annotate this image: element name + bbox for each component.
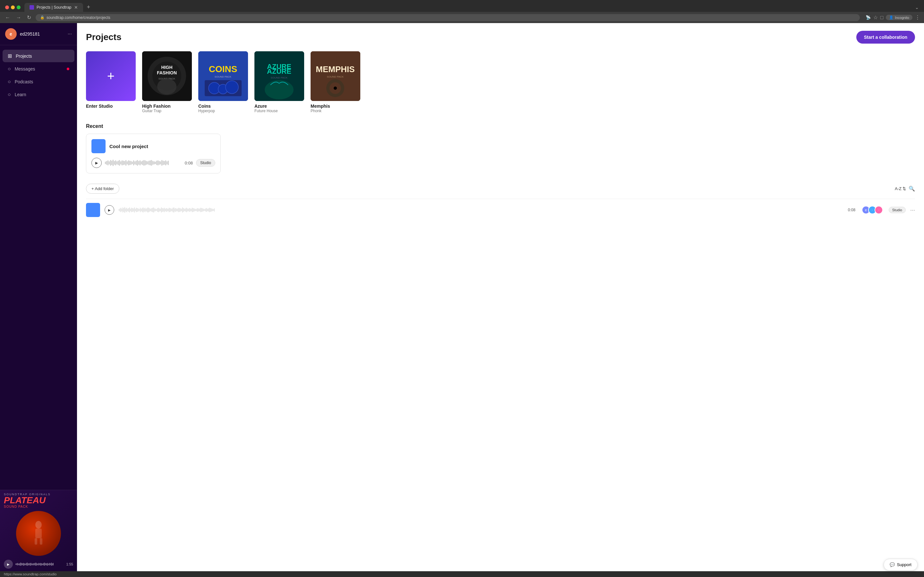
tab-close-btn[interactable]: ✕ (74, 5, 78, 10)
reload-btn[interactable]: ↻ (26, 14, 32, 21)
row-waveform-bar (213, 209, 214, 211)
sidebar-item-projects[interactable]: ⊞ Projects (3, 50, 74, 62)
row-waveform-bar (147, 208, 147, 212)
pack-coins[interactable]: COINS SOUND PACK Coins Hyperpop (198, 51, 248, 113)
pack-name-high-fashion: High Fashion (142, 103, 192, 109)
pack-azure[interactable]: AZURE AZURE SOUND PACK Azure Future Hous… (254, 51, 304, 113)
incognito-label: Incognito (895, 16, 909, 19)
browser-actions: 📡 ☆ □ 👤 Incognito ⋮ (866, 15, 920, 21)
row-waveform-bar (184, 209, 185, 211)
waveform-mini-bar (31, 563, 31, 566)
extension-icon[interactable]: □ (880, 15, 884, 21)
row-waveform-bar (162, 208, 163, 212)
cast-icon[interactable]: 📡 (866, 15, 871, 20)
nav-label-learn: Learn (15, 92, 26, 97)
search-button[interactable]: 🔍 (909, 185, 915, 192)
sort-label: A-Z (895, 186, 901, 191)
sidebar-header: e ed295181 ··· (0, 23, 77, 45)
row-waveform-bar (124, 207, 125, 213)
window-min-btn[interactable] (11, 5, 15, 9)
pack-memphis[interactable]: MEMPHIS SOUND PACK Memphis Phonk (310, 51, 360, 113)
pack-thumb-memphis: MEMPHIS SOUND PACK (310, 51, 360, 101)
waveform-mini-bar (22, 563, 23, 565)
recent-waveform (105, 158, 182, 167)
row-waveform-bar (126, 208, 126, 211)
row-waveform-bar (156, 209, 157, 211)
row-waveform-bar (180, 208, 181, 211)
row-waveform-bar (179, 208, 180, 212)
waveform-bar (134, 161, 136, 164)
pack-high-fashion[interactable]: HIGH FASHION SOUND PACK High Fashion Gui… (142, 51, 192, 113)
svg-point-0 (35, 521, 42, 529)
project-row-studio-badge[interactable]: Studio (889, 207, 906, 213)
project-row-more-btn[interactable]: ··· (910, 207, 915, 213)
waveform-bar (144, 160, 144, 166)
browser-tab[interactable]: Projects | Soundtrap ✕ (24, 3, 83, 12)
window-max-btn[interactable] (17, 5, 21, 9)
forward-btn[interactable]: → (15, 14, 23, 21)
window-close-btn[interactable] (5, 5, 9, 9)
originals-play-btn[interactable]: ▶ (4, 560, 13, 569)
row-waveform-bar (142, 208, 142, 212)
bookmark-icon[interactable]: ☆ (873, 15, 878, 21)
waveform-mini-bar (37, 564, 38, 565)
waveform-mini-bar (33, 563, 33, 566)
row-waveform-bar (185, 208, 186, 211)
row-waveform-bar (145, 208, 145, 212)
main-content: Projects Start a collaboration + Enter S… (77, 23, 924, 571)
status-bar: https://www.soundtrap.com/studio (0, 571, 924, 577)
sidebar-item-messages[interactable]: ○ Messages (3, 63, 74, 75)
row-waveform-bar (202, 208, 202, 212)
svg-text:AZURE: AZURE (267, 67, 291, 75)
sidebar-more-btn[interactable]: ··· (68, 31, 72, 37)
waveform-mini-bar (20, 562, 21, 566)
waveform-mini-bar (17, 563, 18, 566)
waveform-bar (132, 161, 133, 164)
row-waveform-bar (152, 208, 153, 212)
waveform-mini-bar (15, 564, 16, 565)
row-waveform-bar (196, 209, 196, 211)
recent-section-title: Recent (86, 123, 915, 129)
add-folder-button[interactable]: + Add folder (86, 184, 120, 193)
avatar[interactable]: e (5, 28, 17, 40)
waveform-mini-bar (47, 563, 48, 566)
row-waveform-bar (176, 209, 177, 211)
row-waveform-bar (214, 208, 215, 211)
svg-point-28 (334, 87, 337, 90)
start-collaboration-button[interactable]: Start a collaboration (856, 31, 915, 44)
username: ed295181 (20, 31, 65, 37)
row-waveform-bar (135, 209, 136, 211)
row-waveform-bar (181, 209, 182, 211)
recent-play-btn[interactable]: ▶ (91, 158, 102, 168)
waveform-bar (131, 161, 132, 165)
waveform-mini-bar (37, 563, 37, 566)
tab-list-btn[interactable]: ⌄ (913, 3, 921, 11)
waveform-bar (110, 160, 111, 166)
row-waveform-bar (128, 208, 129, 212)
row-waveform-bar (197, 208, 197, 211)
back-btn[interactable]: ← (4, 14, 11, 21)
recent-studio-badge[interactable]: Studio (196, 159, 215, 167)
project-row-play-btn[interactable]: ▶ (105, 205, 114, 215)
sidebar-item-podcasts[interactable]: ○ Podcasts (3, 76, 74, 88)
sidebar-item-learn[interactable]: ○ Learn (3, 89, 74, 101)
waveform-bar (107, 160, 108, 165)
sort-button[interactable]: A-Z ⇅ (895, 186, 906, 191)
row-waveform-bar (167, 208, 168, 211)
waveform-bar (168, 161, 169, 165)
pack-enter-studio[interactable]: + Enter Studio (86, 51, 136, 113)
tab-title: Projects | Soundtrap (37, 5, 71, 10)
row-waveform-bar (206, 208, 207, 212)
row-waveform-bar (148, 207, 148, 213)
row-waveform-bar (155, 209, 156, 211)
new-tab-btn[interactable]: + (84, 3, 93, 12)
pack-name-memphis: Memphis (310, 103, 360, 109)
menu-icon[interactable]: ⋮ (915, 15, 920, 21)
incognito-badge[interactable]: 👤 Incognito (886, 15, 913, 20)
waveform-mini-bar (39, 563, 40, 565)
waveform-mini-bar (42, 564, 43, 565)
support-button[interactable]: 💬 Support (884, 559, 918, 571)
waveform-bar (105, 161, 106, 164)
recent-duration: 0:08 (185, 161, 193, 165)
address-input[interactable]: 🔒 soundtrap.com/home/creator/projects (36, 14, 860, 21)
